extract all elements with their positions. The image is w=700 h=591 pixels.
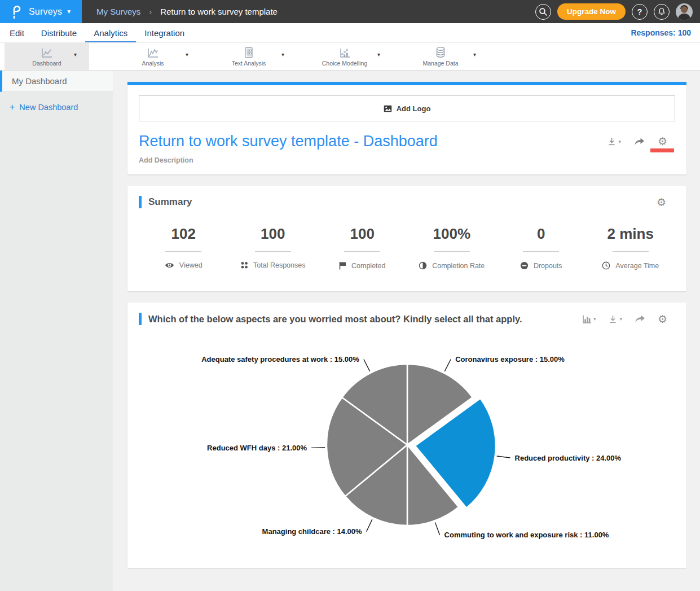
download-button[interactable]: ▾ — [607, 137, 621, 146]
gear-icon: ⚙ — [658, 136, 667, 147]
sidebar-item-my-dashboard[interactable]: My Dashboard — [0, 71, 113, 92]
eye-icon — [165, 262, 174, 269]
toolbar-text-analysis[interactable]: Text Analysis ▾ — [201, 43, 297, 70]
share-icon — [634, 137, 645, 146]
stat-label: Completion Rate — [432, 262, 485, 270]
stat-label: Completed — [351, 262, 385, 270]
stat-completed: 100 Completed — [318, 225, 407, 270]
product-name: Surveys — [29, 7, 62, 17]
bar-chart-icon — [582, 314, 592, 324]
chevron-down-icon[interactable]: ▾ — [377, 51, 380, 58]
dots-grid-icon — [240, 261, 248, 269]
toolbar-choice-modelling-label: Choice Modelling — [322, 60, 368, 67]
line-chart-icon — [41, 46, 53, 59]
pie-label-3: Managing childcare : 14.00% — [262, 527, 362, 536]
stat-value: 2 mins — [607, 225, 654, 243]
dashboard-sidebar: My Dashboard + New Dashboard — [0, 71, 113, 591]
pie-label-1: Reduced productivity : 24.00% — [515, 454, 622, 462]
pie-leader-line — [367, 519, 372, 532]
summary-settings-button[interactable]: ⚙ — [657, 197, 666, 208]
toolbar-choice-modelling[interactable]: Choice Modelling ▾ — [297, 43, 393, 70]
divider — [255, 251, 291, 252]
share-button[interactable] — [634, 137, 645, 146]
chevron-down-icon[interactable]: ▾ — [281, 51, 284, 58]
document-grid-icon — [244, 46, 254, 59]
new-dashboard-button[interactable]: + New Dashboard — [0, 92, 113, 112]
settings-button[interactable]: ⚙ — [658, 314, 667, 325]
responses-count[interactable]: Responses: 100 — [631, 28, 691, 37]
divider — [523, 251, 559, 252]
stat-value: 100 — [261, 225, 285, 243]
tab-analytics[interactable]: Analytics — [85, 24, 136, 42]
stat-average-time: 2 mins Average Time — [586, 225, 676, 270]
new-dashboard-label: New Dashboard — [19, 103, 78, 112]
summary-title: Summary — [148, 196, 192, 208]
add-logo-button[interactable]: Add Logo — [139, 95, 675, 121]
download-icon — [608, 314, 618, 324]
pie-chart: Coronavirus exposure : 15.00%Reduced pro… — [139, 333, 675, 561]
toolbar-manage-data[interactable]: Manage Data ▾ — [393, 43, 488, 70]
question-card: Which of the below aspects are you worri… — [127, 303, 686, 568]
pie-label-4: Reduced WFH days : 21.00% — [207, 444, 307, 452]
toolbar-dashboard[interactable]: Dashboard ▾ — [5, 43, 89, 70]
gear-icon: ⚙ — [658, 314, 667, 325]
annotation-highlight — [650, 148, 674, 152]
settings-button[interactable]: ⚙ — [658, 136, 667, 147]
pie-leader-line — [444, 360, 451, 371]
pie-leader-line — [311, 448, 325, 448]
pie-leader-line — [435, 522, 439, 535]
pie-label-0: Coronavirus exposure : 15.00% — [455, 355, 565, 364]
divider — [613, 251, 649, 252]
stat-completion-rate: 100% Completion Rate — [407, 225, 497, 270]
chevron-down-icon: ▾ — [619, 316, 622, 322]
breadcrumb-current: Return to work survey template — [160, 7, 278, 16]
sidebar-item-label: My Dashboard — [12, 76, 67, 86]
image-icon — [384, 105, 392, 112]
upgrade-now-button[interactable]: Upgrade Now — [557, 3, 626, 20]
pie-label-2: Commuting to work and exposure risk : 11… — [444, 531, 609, 539]
user-avatar[interactable] — [676, 3, 693, 20]
half-circle-icon — [419, 261, 427, 270]
pie-leader-line — [497, 456, 510, 458]
tab-distribute[interactable]: Distribute — [33, 24, 85, 42]
toolbar-text-analysis-label: Text Analysis — [232, 60, 266, 67]
topbar-actions: Upgrade Now ? — [535, 3, 693, 20]
summary-stats: 102 Viewed 100 — [139, 225, 675, 270]
stat-label: Viewed — [179, 261, 202, 269]
trend-chart-icon — [147, 46, 159, 59]
questionpro-logo-icon — [10, 5, 24, 19]
dashboard-title[interactable]: Return to work survey template - Dashboa… — [139, 133, 438, 150]
app-logo[interactable]: Surveys ▼ — [0, 0, 82, 23]
divider — [434, 251, 470, 252]
search-button[interactable] — [535, 4, 551, 20]
tab-edit[interactable]: Edit — [1, 24, 33, 42]
question-title: Which of the below aspects are you worri… — [148, 314, 522, 325]
breadcrumb-separator: › — [149, 7, 152, 16]
pie-label-5: Adequate safety procedures at work : 15.… — [201, 355, 359, 364]
tab-integration[interactable]: Integration — [136, 24, 193, 42]
flag-icon — [339, 261, 346, 270]
stat-dropouts: 0 Dropouts — [496, 225, 586, 270]
plus-icon: + — [10, 102, 15, 112]
add-description-field[interactable]: Add Description — [139, 156, 675, 164]
help-button[interactable]: ? — [632, 4, 648, 20]
chevron-down-icon: ▾ — [618, 139, 621, 145]
notifications-button[interactable] — [654, 4, 670, 20]
chevron-down-icon[interactable]: ▾ — [74, 51, 77, 58]
stat-value: 0 — [537, 225, 545, 243]
toolbar-analysis-label: Analysis — [142, 60, 164, 67]
stat-label: Total Responses — [253, 261, 305, 269]
chevron-down-icon[interactable]: ▾ — [473, 51, 476, 58]
gear-icon: ⚙ — [657, 197, 666, 208]
top-navbar: Surveys ▼ My Surveys › Return to work su… — [0, 0, 700, 23]
chevron-down-icon[interactable]: ▾ — [186, 51, 188, 58]
dashboard-main: Add Logo Return to work survey template … — [113, 71, 700, 591]
chart-type-button[interactable]: ▾ — [582, 314, 596, 324]
download-button[interactable]: ▾ — [608, 314, 622, 324]
breadcrumb-my-surveys[interactable]: My Surveys — [96, 7, 140, 16]
toolbar-analysis[interactable]: Analysis ▾ — [105, 43, 201, 70]
analytics-toolbar: Dashboard ▾ Analysis ▾ Text Analysis ▾ C… — [0, 43, 700, 71]
dashboard-header-card: Add Logo Return to work survey template … — [127, 82, 686, 174]
share-icon — [635, 314, 645, 323]
share-button[interactable] — [635, 314, 645, 323]
